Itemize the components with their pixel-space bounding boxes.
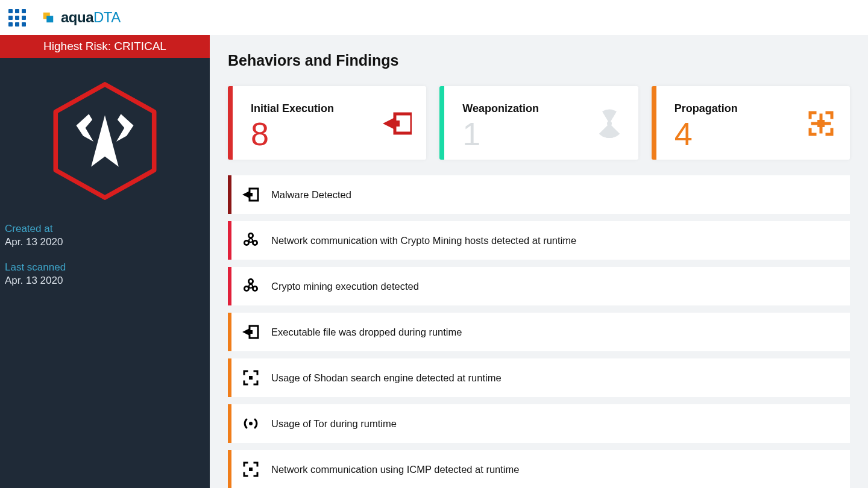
sidebar: Highest Risk: CRITICAL Created at Apr. 1… — [0, 35, 210, 488]
finding-text: Usage of Tor during rumtime — [271, 418, 397, 430]
finding-row[interactable]: Crypto mining execution detected — [228, 267, 850, 305]
finding-row[interactable]: Network communication with Crypto Mining… — [228, 221, 850, 260]
threat-hexagon-icon — [48, 81, 162, 201]
card-title: Weaponization — [462, 102, 539, 115]
svg-point-28 — [249, 422, 253, 425]
content: Highest Risk: CRITICAL Created at Apr. 1… — [0, 35, 868, 488]
svg-marker-2 — [383, 117, 400, 130]
svg-marker-10 — [242, 191, 253, 198]
finding-text: Crypto mining execution detected — [271, 281, 419, 292]
brand-name-bold: aqua — [61, 9, 93, 25]
svg-rect-27 — [249, 376, 253, 380]
finding-text: Executable file was dropped during runti… — [271, 327, 462, 338]
card-value: 1 — [462, 117, 539, 150]
finding-text: Network communication using ICMP detecte… — [271, 464, 519, 475]
meta-scanned: Last scanned Apr. 13 2020 — [5, 261, 205, 287]
propagate-icon — [242, 461, 259, 478]
brand-name-light: DTA — [93, 9, 121, 25]
broadcast-icon — [242, 415, 259, 432]
finding-row[interactable]: Network communication using ICMP detecte… — [228, 450, 850, 488]
svg-point-22 — [250, 280, 252, 283]
topbar: aquaDTA — [0, 0, 868, 35]
card-value: 4 — [675, 117, 738, 150]
finding-text: Usage of Shodan search engine detected a… — [271, 372, 502, 384]
brand[interactable]: aquaDTA — [42, 9, 121, 26]
scanned-label: Last scanned — [5, 261, 205, 274]
threat-hexagon — [0, 58, 210, 223]
meta-created: Created at Apr. 13 2020 — [5, 223, 205, 248]
svg-rect-29 — [249, 468, 253, 471]
svg-point-17 — [254, 242, 256, 244]
svg-point-16 — [245, 242, 248, 244]
main: Behaviors and Findings Initial Execution… — [210, 35, 868, 488]
finding-row[interactable]: Usage of Shodan search engine detected a… — [228, 358, 850, 397]
finding-text: Malware Detected — [271, 189, 351, 201]
svg-point-18 — [249, 284, 253, 288]
brand-text: aquaDTA — [61, 9, 121, 26]
biohazard-icon — [242, 232, 259, 249]
propagate-icon — [242, 369, 259, 386]
svg-point-15 — [250, 234, 252, 237]
card-weaponization[interactable]: Weaponization 1 — [439, 86, 638, 160]
summary-cards: Initial Execution 8 Weaponization 1 — [228, 86, 850, 160]
biohazard-icon — [242, 278, 259, 295]
svg-marker-26 — [242, 328, 253, 336]
finding-row[interactable]: Usage of Tor during rumtime — [228, 404, 850, 443]
svg-point-23 — [245, 287, 248, 290]
card-propagation[interactable]: Propagation 4 — [652, 86, 850, 160]
finding-text: Network communication with Crypto Mining… — [271, 235, 576, 246]
target-icon — [242, 324, 259, 340]
card-value: 8 — [251, 117, 334, 150]
card-title: Propagation — [675, 102, 738, 115]
finding-row[interactable]: Malware Detected — [228, 175, 850, 214]
scanned-value: Apr. 13 2020 — [5, 275, 205, 287]
brand-logo-icon — [42, 11, 55, 24]
findings-list: Malware DetectedNetwork communication wi… — [228, 175, 850, 488]
propagate-icon — [807, 109, 835, 138]
finding-row[interactable]: Executable file was dropped during runti… — [228, 313, 850, 351]
created-value: Apr. 13 2020 — [5, 236, 205, 248]
created-label: Created at — [5, 223, 205, 235]
apps-grid-icon[interactable] — [8, 9, 26, 27]
svg-point-11 — [249, 239, 253, 242]
target-icon — [383, 109, 412, 138]
page-title: Behaviors and Findings — [228, 52, 850, 69]
target-icon — [242, 186, 259, 203]
svg-point-24 — [254, 287, 256, 290]
card-initial-execution[interactable]: Initial Execution 8 — [228, 86, 426, 160]
sidebar-meta: Created at Apr. 13 2020 Last scanned Apr… — [0, 223, 210, 300]
risk-banner: Highest Risk: CRITICAL — [0, 35, 210, 58]
card-title: Initial Execution — [251, 102, 334, 115]
radiation-icon — [595, 109, 624, 138]
